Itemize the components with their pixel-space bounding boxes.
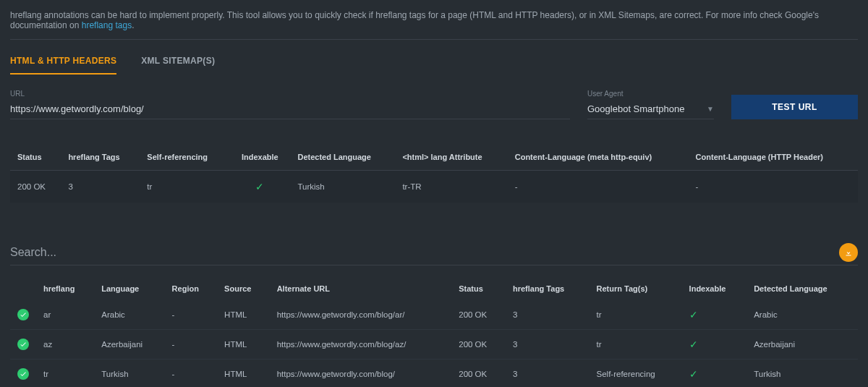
tab-bar: HTML & HTTP HEADERS XML SITEMAP(S)	[10, 50, 858, 75]
download-button[interactable]	[839, 243, 858, 262]
col-meta-equiv: Content-Language (meta http-equiv)	[508, 144, 689, 171]
cell-hreflang-tags: 3	[506, 360, 590, 388]
dcol-language: Language	[94, 277, 164, 300]
test-url-button[interactable]: TEST URL	[731, 95, 858, 119]
check-icon: ✓	[689, 339, 698, 350]
check-icon: ✓	[689, 309, 698, 320]
download-icon	[844, 248, 853, 257]
user-agent-value: Googlebot Smartphone	[587, 103, 684, 114]
cell-status: 200 OK	[451, 330, 506, 360]
search-input[interactable]	[10, 243, 833, 262]
user-agent-select[interactable]: Googlebot Smartphone ▼	[587, 101, 714, 119]
cell-language: Turkish	[94, 360, 164, 388]
cell-alt-url: https://www.getwordly.com/blog/ar/	[270, 300, 452, 330]
url-label: URL	[10, 90, 570, 98]
cell-hreflang-tags: 3	[506, 300, 590, 330]
cell-region: -	[165, 360, 218, 388]
dcol-region: Region	[165, 277, 218, 300]
check-icon: ✓	[689, 368, 698, 380]
dcol-detected-lang: Detected Language	[746, 277, 858, 300]
cell-source: HTML	[217, 330, 270, 360]
cell-return-tags: tr	[590, 300, 682, 330]
cell-status: 200 OK	[451, 360, 506, 388]
cell-status: 200 OK	[451, 300, 506, 330]
col-http-header: Content-Language (HTTP Header)	[689, 144, 858, 171]
detail-table: hreflang Language Region Source Alternat…	[10, 277, 858, 387]
tab-xml-sitemaps[interactable]: XML SITEMAP(S)	[141, 50, 215, 75]
cell-source: HTML	[217, 360, 270, 388]
intro-text: hreflang annotations can be hard to impl…	[10, 7, 858, 40]
hreflang-docs-link[interactable]: hreflang tags	[82, 20, 132, 30]
cell-hreflang: ar	[36, 300, 94, 330]
dcol-source: Source	[217, 277, 270, 300]
dcol-hreflang-tags: hreflang Tags	[506, 277, 590, 300]
table-row: azAzerbaijani-HTMLhttps://www.getwordly.…	[10, 330, 858, 360]
cell-language: Azerbaijani	[94, 330, 164, 360]
cell-return-tags: tr	[590, 330, 682, 360]
cell-meta-equiv: -	[508, 171, 689, 203]
intro-after: .	[132, 20, 134, 30]
summary-table: Status hreflang Tags Self-referencing In…	[10, 144, 858, 203]
table-row: trTurkish-HTMLhttps://www.getwordly.com/…	[10, 360, 858, 388]
cell-language: Arabic	[94, 300, 164, 330]
dcol-status: Status	[451, 277, 506, 300]
cell-indexable: ✓	[682, 330, 747, 360]
cell-detected-lang: Turkish	[746, 360, 858, 388]
cell-alt-url: https://www.getwordly.com/blog/	[270, 360, 452, 388]
search-row	[10, 243, 858, 265]
check-icon: ✓	[255, 181, 264, 192]
cell-hreflang: az	[36, 330, 94, 360]
dcol-indexable: Indexable	[682, 277, 747, 300]
cell-self-ref: tr	[140, 171, 229, 203]
status-ok-icon	[17, 309, 29, 320]
cell-hreflang: tr	[36, 360, 94, 388]
status-ok-icon	[17, 339, 29, 350]
col-html-lang: <html> lang Attribute	[395, 144, 507, 171]
cell-http-header: -	[689, 171, 858, 203]
cell-indexable: ✓	[682, 360, 747, 388]
chevron-down-icon: ▼	[707, 105, 714, 113]
table-row: arArabic-HTMLhttps://www.getwordly.com/b…	[10, 300, 858, 330]
url-input[interactable]	[10, 101, 570, 119]
dcol-return-tags: Return Tag(s)	[590, 277, 682, 300]
cell-return-tags: Self-referencing	[590, 360, 682, 388]
col-self-ref: Self-referencing	[140, 144, 229, 171]
cell-status: 200 OK	[10, 171, 61, 203]
col-hreflang-tags: hreflang Tags	[61, 144, 140, 171]
dcol-alt-url: Alternate URL	[270, 277, 452, 300]
cell-detected-lang: Azerbaijani	[746, 330, 858, 360]
cell-detected-lang: Turkish	[290, 171, 395, 203]
col-detected-lang: Detected Language	[290, 144, 395, 171]
user-agent-label: User Agent	[587, 90, 714, 98]
cell-alt-url: https://www.getwordly.com/blog/az/	[270, 330, 452, 360]
tab-html-http[interactable]: HTML & HTTP HEADERS	[10, 50, 116, 75]
col-indexable: Indexable	[229, 144, 290, 171]
cell-region: -	[165, 330, 218, 360]
cell-detected-lang: Arabic	[746, 300, 858, 330]
cell-hreflang-tags: 3	[61, 171, 140, 203]
cell-source: HTML	[217, 300, 270, 330]
col-status: Status	[10, 144, 61, 171]
cell-indexable: ✓	[682, 300, 747, 330]
status-ok-icon	[17, 368, 29, 380]
dcol-hreflang: hreflang	[36, 277, 94, 300]
cell-html-lang: tr-TR	[395, 171, 507, 203]
test-form: URL User Agent Googlebot Smartphone ▼ TE…	[10, 90, 858, 119]
cell-hreflang-tags: 3	[506, 330, 590, 360]
cell-region: -	[165, 300, 218, 330]
summary-row: 200 OK 3 tr ✓ Turkish tr-TR - -	[10, 171, 858, 203]
